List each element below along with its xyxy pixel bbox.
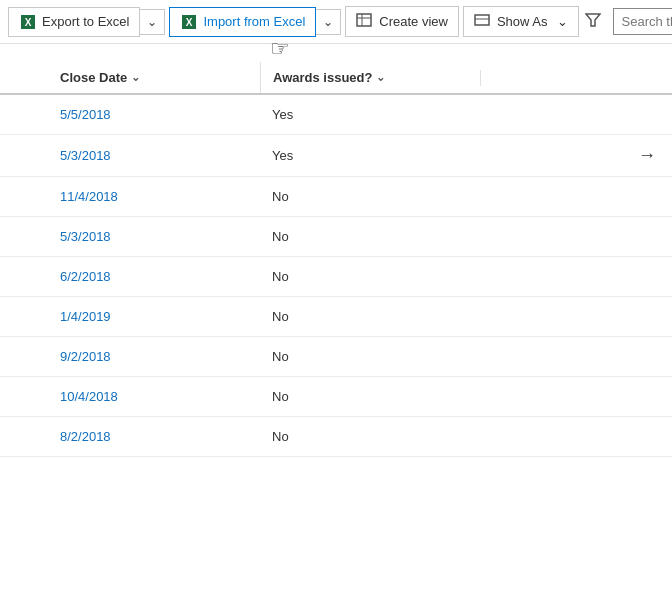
cell-awards-issued: No bbox=[260, 381, 480, 412]
cell-close-date: 6/2/2018 bbox=[0, 261, 260, 292]
cell-close-date: 1/4/2019 bbox=[0, 301, 260, 332]
table-row[interactable]: 1/4/2019No bbox=[0, 297, 672, 337]
table-row[interactable]: 9/2/2018No bbox=[0, 337, 672, 377]
toolbar-right bbox=[579, 8, 672, 36]
cell-action: → bbox=[480, 135, 672, 176]
create-view-button[interactable]: Create view bbox=[345, 6, 459, 37]
cell-action bbox=[480, 309, 672, 325]
export-excel-label: Export to Excel bbox=[42, 14, 129, 29]
cell-awards-issued: No bbox=[260, 221, 480, 252]
toolbar-container: X Export to Excel ⌄ X Import from Excel … bbox=[0, 0, 672, 44]
resize-handle[interactable] bbox=[666, 70, 672, 86]
import-chevron-icon: ⌄ bbox=[323, 15, 333, 29]
table-row[interactable]: 10/4/2018No bbox=[0, 377, 672, 417]
cell-close-date: 10/4/2018 bbox=[0, 381, 260, 412]
cell-close-date: 5/3/2018 bbox=[0, 221, 260, 252]
svg-text:X: X bbox=[186, 17, 193, 28]
table-row[interactable]: 11/4/2018No bbox=[0, 177, 672, 217]
cell-awards-issued: No bbox=[260, 421, 480, 452]
search-container bbox=[613, 8, 672, 35]
create-view-icon bbox=[356, 12, 374, 31]
filter-button[interactable] bbox=[579, 8, 607, 36]
table-header: Close Date ⌄ Awards issued? ⌄ bbox=[0, 62, 672, 95]
cell-action bbox=[480, 429, 672, 445]
search-input[interactable] bbox=[614, 10, 672, 33]
data-table: Close Date ⌄ Awards issued? ⌄ 5/5/2018Ye… bbox=[0, 62, 672, 457]
col-header-awards-issued[interactable]: Awards issued? ⌄ bbox=[260, 62, 480, 93]
col-awards-sort-icon: ⌄ bbox=[376, 71, 385, 84]
cell-close-date: 11/4/2018 bbox=[0, 181, 260, 212]
svg-marker-11 bbox=[586, 14, 600, 26]
table-row[interactable]: 5/3/2018No bbox=[0, 217, 672, 257]
import-dropdown-button[interactable]: ⌄ bbox=[316, 9, 341, 35]
cell-close-date: 5/3/2018 bbox=[0, 140, 260, 171]
cell-action bbox=[480, 189, 672, 205]
create-view-label: Create view bbox=[379, 14, 448, 29]
export-excel-icon: X bbox=[19, 13, 37, 31]
table-row[interactable]: 8/2/2018No bbox=[0, 417, 672, 457]
cell-action bbox=[480, 389, 672, 405]
cell-close-date: 9/2/2018 bbox=[0, 341, 260, 372]
show-as-chevron-icon: ⌄ bbox=[557, 14, 568, 29]
cell-action bbox=[480, 349, 672, 365]
col-close-date-label: Close Date bbox=[60, 70, 127, 85]
table-body: 5/5/2018Yes5/3/2018Yes→11/4/2018No5/3/20… bbox=[0, 95, 672, 457]
cell-close-date: 5/5/2018 bbox=[0, 99, 260, 130]
table-row[interactable]: 5/5/2018Yes bbox=[0, 95, 672, 135]
table-row[interactable]: 6/2/2018No bbox=[0, 257, 672, 297]
toolbar-spacer-row bbox=[0, 44, 672, 62]
row-arrow-button[interactable]: → bbox=[632, 143, 662, 168]
import-excel-label: Import from Excel bbox=[203, 14, 305, 29]
svg-text:X: X bbox=[25, 17, 32, 28]
cell-action bbox=[480, 229, 672, 245]
show-as-label: Show As bbox=[497, 14, 548, 29]
cell-action bbox=[480, 107, 672, 123]
show-as-button[interactable]: Show As ⌄ bbox=[463, 6, 579, 37]
cell-awards-issued: Yes bbox=[260, 140, 480, 171]
col-header-close-date[interactable]: Close Date ⌄ bbox=[0, 62, 260, 93]
col-close-date-sort-icon: ⌄ bbox=[131, 71, 140, 84]
cell-close-date: 8/2/2018 bbox=[0, 421, 260, 452]
svg-rect-9 bbox=[475, 15, 489, 25]
cell-awards-issued: No bbox=[260, 301, 480, 332]
export-excel-button[interactable]: X Export to Excel bbox=[8, 7, 140, 37]
cell-action bbox=[480, 269, 672, 285]
svg-rect-6 bbox=[357, 14, 371, 26]
cell-awards-issued: No bbox=[260, 181, 480, 212]
cell-awards-issued: Yes bbox=[260, 99, 480, 130]
col-header-extra bbox=[480, 70, 672, 86]
toolbar: X Export to Excel ⌄ X Import from Excel … bbox=[0, 0, 672, 44]
show-as-icon bbox=[474, 12, 492, 31]
export-chevron-icon: ⌄ bbox=[147, 15, 157, 29]
import-excel-button[interactable]: X Import from Excel bbox=[169, 7, 316, 37]
cell-awards-issued: No bbox=[260, 341, 480, 372]
export-dropdown-button[interactable]: ⌄ bbox=[140, 9, 165, 35]
import-excel-icon: X bbox=[180, 13, 198, 31]
col-awards-issued-label: Awards issued? bbox=[273, 70, 372, 85]
table-row[interactable]: 5/3/2018Yes→ bbox=[0, 135, 672, 177]
cell-awards-issued: No bbox=[260, 261, 480, 292]
